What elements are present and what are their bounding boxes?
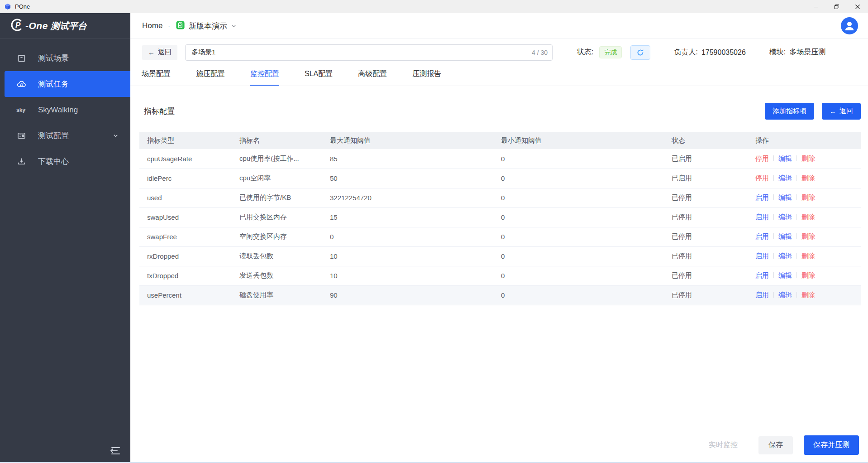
cell-metric-name: 磁盘使用率 [232, 285, 322, 305]
sidebar-item-label: 测试任务 [38, 79, 69, 89]
logo-text: -One [25, 20, 48, 31]
tab-monitor-config[interactable]: 监控配置 [250, 69, 279, 86]
toggle-enable-link[interactable]: 停用 [755, 154, 769, 162]
cell-max-threshold: 15 [322, 207, 493, 227]
minimize-button[interactable] [806, 0, 826, 13]
delete-link[interactable]: 删除 [801, 232, 815, 240]
sidebar-item-test-scene[interactable]: 测试场景 [0, 45, 130, 71]
table-row: usePercent 磁盘使用率 90 0 已停用 启用编辑删除 [139, 285, 861, 305]
tab-sla-config[interactable]: SLA配置 [305, 69, 333, 86]
cell-metric-type: rxDropped [139, 246, 232, 266]
owner-value: 17590035026 [701, 48, 746, 57]
cell-actions: 启用编辑删除 [748, 266, 861, 285]
window-titlebar: POne [0, 0, 868, 13]
cell-metric-name: 空闲交换区内存 [232, 227, 322, 246]
action-separator [796, 175, 797, 181]
delete-link[interactable]: 删除 [801, 174, 815, 182]
col-min-threshold: 最小通知阈值 [493, 132, 664, 149]
delete-link[interactable]: 删除 [801, 213, 815, 221]
tab-advanced-config[interactable]: 高级配置 [358, 69, 387, 86]
status-label: 状态: [577, 48, 593, 57]
project-name: 新版本演示 [189, 21, 227, 31]
breadcrumb-home[interactable]: Home [142, 21, 162, 30]
edit-link[interactable]: 编辑 [778, 174, 792, 182]
sidebar-item-skywalking[interactable]: sky SkyWalking [0, 97, 130, 123]
cell-min-threshold: 0 [493, 285, 664, 305]
action-separator [796, 194, 797, 200]
tab-scene-config[interactable]: 场景配置 [142, 69, 171, 86]
action-separator [773, 292, 774, 298]
action-separator [773, 155, 774, 161]
toggle-enable-link[interactable]: 启用 [755, 252, 769, 260]
sidebar-item-download-center[interactable]: 下载中心 [0, 149, 130, 174]
tab-test-report[interactable]: 压测报告 [412, 69, 441, 86]
edit-link[interactable]: 编辑 [778, 252, 792, 260]
save-and-test-button[interactable]: 保存并压测 [804, 435, 859, 455]
restore-button[interactable] [826, 0, 847, 13]
cloud-task-icon [16, 79, 26, 89]
sidebar-item-test-task[interactable]: 测试任务 [5, 71, 130, 97]
project-selector[interactable]: 新版本演示 [176, 20, 237, 32]
owner-label: 负责人: [674, 48, 697, 57]
edit-link[interactable]: 编辑 [778, 291, 792, 299]
sidebar-collapse-button[interactable] [109, 445, 122, 457]
table-row: used 已使用的字节/KB 32212254720 0 已停用 启用编辑删除 [139, 188, 861, 207]
delete-link[interactable]: 删除 [801, 252, 815, 260]
close-button[interactable] [847, 0, 868, 13]
section-back-button[interactable]: ← 返回 [822, 103, 861, 120]
window-title: POne [15, 3, 30, 10]
edit-link[interactable]: 编辑 [778, 271, 792, 279]
delete-link[interactable]: 删除 [801, 193, 815, 201]
action-separator [773, 253, 774, 259]
cell-max-threshold: 10 [322, 266, 493, 285]
project-doc-icon [176, 20, 185, 32]
toggle-enable-link[interactable]: 启用 [755, 232, 769, 240]
save-button[interactable]: 保存 [758, 436, 793, 454]
refresh-status-button[interactable] [630, 45, 650, 60]
toggle-enable-link[interactable]: 启用 [755, 213, 769, 221]
cell-metric-name: 发送丢包数 [232, 266, 322, 285]
cell-status: 已停用 [664, 285, 748, 305]
toggle-enable-link[interactable]: 启用 [755, 291, 769, 299]
delete-link[interactable]: 删除 [801, 154, 815, 162]
back-button[interactable]: ← 返回 [142, 45, 177, 60]
cell-actions: 启用编辑删除 [748, 246, 861, 266]
cell-metric-type: idlePerc [139, 169, 232, 188]
edit-link[interactable]: 编辑 [778, 193, 792, 201]
cell-status: 已停用 [664, 188, 748, 207]
edit-link[interactable]: 编辑 [778, 154, 792, 162]
action-separator [796, 272, 797, 278]
add-metric-button[interactable]: 添加指标项 [765, 103, 814, 120]
cell-metric-name: cpu使用率(按工作... [232, 149, 322, 169]
edit-link[interactable]: 编辑 [778, 232, 792, 240]
top-header: Home · 新版本演示 [130, 13, 868, 39]
cell-metric-type: swapUsed [139, 207, 232, 227]
back-arrow-icon: ← [148, 48, 155, 56]
table-row: cpuUsageRate cpu使用率(按工作... 85 0 已启用 停用编辑… [139, 149, 861, 169]
toggle-enable-link[interactable]: 启用 [755, 193, 769, 201]
sidebar-item-test-config[interactable]: 测试配置 [0, 123, 130, 149]
cell-max-threshold: 0 [322, 227, 493, 246]
cell-actions: 启用编辑删除 [748, 207, 861, 227]
toggle-enable-link[interactable]: 停用 [755, 174, 769, 182]
cell-min-threshold: 0 [493, 207, 664, 227]
action-separator [796, 155, 797, 161]
cell-metric-name: 已用交换区内存 [232, 207, 322, 227]
restore-icon [834, 4, 840, 10]
sidebar-item-label: 下载中心 [38, 156, 69, 167]
delete-link[interactable]: 删除 [801, 291, 815, 299]
edit-link[interactable]: 编辑 [778, 213, 792, 221]
cell-min-threshold: 0 [493, 227, 664, 246]
toggle-enable-link[interactable]: 启用 [755, 271, 769, 279]
sidebar-item-label: 测试场景 [38, 53, 69, 63]
scene-toolbar: ← 返回 4 / 30 状态: 完成 负责人: 17590035026 模块: … [130, 39, 868, 66]
config-tabs: 场景配置 施压配置 监控配置 SLA配置 高级配置 压测报告 [130, 66, 868, 86]
cell-actions: 启用编辑删除 [748, 285, 861, 305]
skywalking-icon: sky [16, 105, 26, 115]
realtime-monitor-button[interactable]: 实时监控 [709, 440, 738, 450]
scene-name-input[interactable] [185, 44, 553, 61]
user-avatar[interactable] [841, 17, 858, 34]
tab-pressure-config[interactable]: 施压配置 [196, 69, 225, 86]
delete-link[interactable]: 删除 [801, 271, 815, 279]
cell-status: 已停用 [664, 207, 748, 227]
